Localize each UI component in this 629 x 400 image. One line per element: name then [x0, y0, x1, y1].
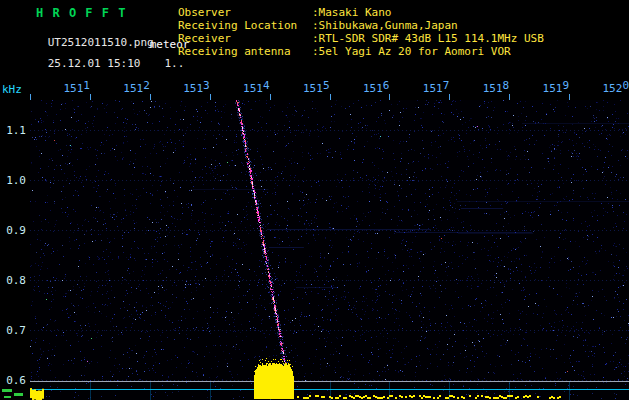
info-label: Receiving Location	[178, 19, 312, 32]
time-axis-label: 1519	[543, 82, 570, 95]
info-row: Receiving antenna:5el Yagi Az 20 for Aom…	[178, 45, 544, 58]
time-axis-label: 1512	[123, 82, 150, 95]
time-axis-label: 1520	[603, 82, 629, 95]
info-value: :Masaki Kano	[312, 6, 391, 19]
info-label: Observer	[178, 6, 312, 19]
time-axis-label: 1516	[363, 82, 390, 95]
info-value: :5el Yagi Az 20 for Aomori VOR	[312, 45, 511, 58]
datetime-line: 25.12.01 15:101..	[8, 44, 184, 83]
freq-axis-label: 0.9	[0, 224, 26, 237]
freq-axis-label: 1.1	[0, 124, 26, 137]
freq-axis-label: 1.0	[0, 174, 26, 187]
time-axis-label: 1511	[63, 82, 90, 95]
observation-datetime: 25.12.01 15:10	[48, 57, 141, 70]
freq-axis-label: 0.7	[0, 324, 26, 337]
info-label: Receiver	[178, 32, 312, 45]
time-axis-label: 1517	[423, 82, 450, 95]
level-mark	[2, 389, 12, 392]
time-axis-label: 1514	[243, 82, 270, 95]
hrofft-screen: H R O F F T UT2512011510.pngmeteor 25.12…	[0, 0, 629, 400]
info-row: Receiver:RTL-SDR SDR# 43dB L15 114.1MHz …	[178, 32, 544, 45]
freq-axis-label: 0.8	[0, 274, 26, 287]
level-mark	[14, 393, 23, 396]
app-title: H R O F F T	[36, 6, 126, 20]
info-value: :RTL-SDR SDR# 43dB L15 114.1MHz USB	[312, 32, 544, 45]
spectrogram-canvas	[30, 100, 629, 400]
info-value: :Shibukawa,Gunma,Japan	[312, 19, 458, 32]
info-row: Observer:Masaki Kano	[178, 6, 544, 19]
time-axis-label: 1513	[183, 82, 210, 95]
freq-axis-label: 0.6	[0, 374, 26, 387]
page-counter: 1..	[164, 57, 184, 70]
time-axis-label: 1518	[483, 82, 510, 95]
info-label: Receiving antenna	[178, 45, 312, 58]
time-axis-label: 1515	[303, 82, 330, 95]
level-mark	[4, 396, 11, 398]
observation-info: Observer:Masaki KanoReceiving Location:S…	[178, 6, 544, 58]
freq-axis-unit: kHz	[2, 83, 22, 96]
info-row: Receiving Location:Shibukawa,Gunma,Japan	[178, 19, 544, 32]
